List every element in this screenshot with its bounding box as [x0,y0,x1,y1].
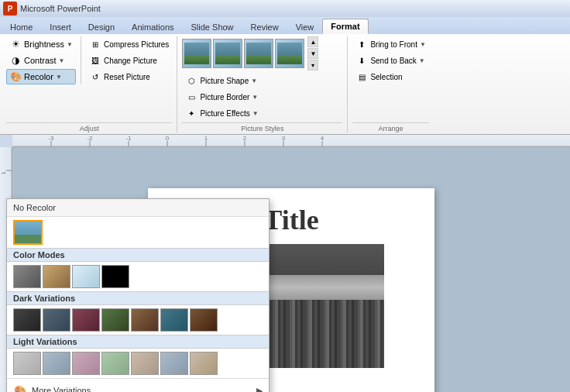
picture-effects-arrow: ▼ [252,110,259,117]
svg-text:0: 0 [166,135,170,142]
send-to-back-button[interactable]: ⬇ Send to Back ▼ [352,53,429,68]
picture-shape-arrow: ▼ [251,77,257,84]
swatch-light1[interactable] [13,352,41,375]
recolor-icon: 🎨 [9,70,22,83]
ribbon-body: ☀ Brightness ▼ ◑ Contrast ▼ 🎨 Recolor [0,34,570,134]
adjust-group-label: Adjust [6,122,172,132]
tab-insert[interactable]: Insert [41,19,80,34]
svg-text:3: 3 [282,135,286,142]
dark-variations-header: Dark Variations [7,291,269,305]
pic-style-4[interactable] [275,39,304,68]
selection-pane-button[interactable]: ▤ Selection [352,69,429,84]
swatch-black[interactable] [101,265,129,288]
swatch-light2[interactable] [43,352,70,375]
no-recolor-thumb[interactable] [13,220,43,245]
bring-front-arrow: ▼ [420,41,426,48]
swatch-dark6[interactable] [160,308,188,332]
arrange-group-content: ⬆ Bring to Front ▼ ⬇ Send to Back ▼ ▤ Se… [352,36,429,121]
recolor-dropdown-arrow: ▼ [56,74,62,81]
more-arrow-icon: ▶ [256,386,263,393]
swatch-sepia[interactable] [43,265,70,288]
compress-pictures-button[interactable]: ⊞ Compress Pictures [86,36,172,52]
color-modes-header: Color Modes [7,248,269,262]
no-recolor-row [7,217,269,248]
tab-slideshow[interactable]: Slide Show [183,19,242,34]
picture-shape-icon: ⬡ [185,74,197,87]
svg-text:4: 4 [321,135,324,142]
main-area: -3 -2 -1 0 1 2 3 4 1 [0,135,570,392]
compress-icon: ⊞ [89,38,101,50]
pic-styles-scroll-up[interactable]: ▲ [307,36,318,47]
picture-border-arrow: ▼ [252,94,258,101]
arrange-group: ⬆ Bring to Front ▼ ⬇ Send to Back ▼ ▤ Se… [348,36,434,132]
picture-border-button[interactable]: ▭ Picture Border ▼ [182,89,342,105]
swatch-light3[interactable] [72,352,100,375]
picture-styles-group: ▲ ▼ ▾ ⬡ Picture Shape ▼ ▭ Picture Border… [177,36,348,132]
tab-format[interactable]: Format [322,19,368,34]
pic-style-2[interactable] [213,39,242,68]
swatch-dark1[interactable] [13,308,41,332]
tab-design[interactable]: Design [80,19,123,34]
pic-style-1[interactable] [182,39,211,68]
svg-text:-3: -3 [48,135,54,142]
svg-text:1: 1 [204,135,208,142]
swatch-dark5[interactable] [131,308,159,332]
swatch-light5[interactable] [131,352,159,375]
arrange-group-label: Arrange [352,122,429,132]
swatch-light4[interactable] [101,352,129,375]
svg-text:2: 2 [243,135,247,142]
swatch-grayscale[interactable] [13,265,41,288]
more-variations-item[interactable]: 🎨 More Variations ▶ [7,380,269,392]
swatch-light6[interactable] [160,352,188,375]
change-picture-icon: 🖼 [89,54,101,67]
tab-review[interactable]: Review [242,19,287,34]
picture-effects-icon: ✦ [185,107,197,119]
reset-icon: ↺ [89,70,101,83]
tab-view[interactable]: View [287,19,323,34]
color-modes-swatches [7,262,269,291]
picture-border-icon: ▭ [185,91,197,103]
tab-animations[interactable]: Animations [123,19,182,34]
swatch-dark4[interactable] [101,308,129,332]
swatch-washout[interactable] [72,265,100,288]
brightness-button[interactable]: ☀ Brightness ▼ [6,36,76,52]
ruler-top: -3 -2 -1 0 1 2 3 4 [12,135,570,147]
swatch-dark3[interactable] [72,308,100,332]
svg-text:-2: -2 [87,135,93,142]
contrast-dropdown-arrow: ▼ [59,57,65,64]
adjust-group: ☀ Brightness ▼ ◑ Contrast ▼ 🎨 Recolor [2,36,177,132]
contrast-icon: ◑ [9,54,22,67]
pic-style-3[interactable] [244,39,273,68]
recolor-button[interactable]: 🎨 Recolor ▼ [6,69,76,84]
recolor-dropdown: No Recolor Color Modes Dark Variati [6,198,270,392]
swatch-dark2[interactable] [43,308,70,332]
tab-home[interactable]: Home [2,19,41,34]
pic-styles-expand[interactable]: ▾ [307,60,318,70]
title-bar: P Microsoft PowerPoint [0,0,570,17]
light-variations-header: Light Variations [7,335,269,349]
brightness-dropdown-arrow: ▼ [67,41,73,48]
pic-styles-scroll-down[interactable]: ▼ [307,48,318,59]
picture-effects-button[interactable]: ✦ Picture Effects ▼ [182,105,342,121]
ribbon: Home Insert Design Animations Slide Show… [0,17,570,135]
svg-text:1: 1 [0,170,7,174]
bring-front-icon: ⬆ [355,38,368,50]
send-back-icon: ⬇ [355,54,368,67]
slide-title: Title [263,204,318,236]
picture-styles-group-label: Picture Styles [182,122,342,132]
contrast-button[interactable]: ◑ Contrast ▼ [6,53,76,68]
svg-text:-1: -1 [125,135,132,142]
bring-to-front-button[interactable]: ⬆ Bring to Front ▼ [352,36,429,52]
dark-variations-swatches [7,305,269,335]
no-recolor-header: No Recolor [7,199,269,217]
more-variations-icon: 🎨 [13,383,27,392]
swatch-light7[interactable] [190,352,218,375]
dropdown-footer: 🎨 More Variations ▶ ✏ Set Transparent Co… [7,378,269,392]
picture-shape-button[interactable]: ⬡ Picture Shape ▼ [182,73,342,88]
app-logo: P [3,2,17,15]
swatch-dark7[interactable] [190,308,218,332]
reset-picture-button[interactable]: ↺ Reset Picture [86,69,172,84]
recolor-scroll-area[interactable]: Color Modes Dark Variations [7,217,269,378]
selection-icon: ▤ [355,70,368,83]
change-picture-button[interactable]: 🖼 Change Picture [86,53,172,68]
